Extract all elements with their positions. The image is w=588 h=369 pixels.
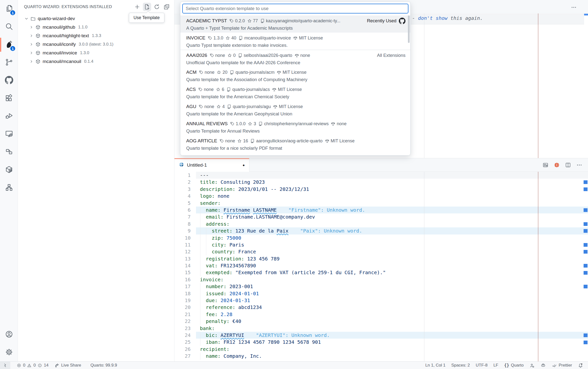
code-line-10[interactable]: 10 zip: 75000 (174, 234, 588, 241)
error-count: 0 (23, 363, 25, 368)
tab-untitled-1[interactable]: Untitled-1 ● (174, 158, 249, 172)
code-line-1[interactable]: 1--- (174, 172, 588, 179)
activity-search[interactable] (0, 18, 18, 36)
code-line-11[interactable]: 11 city: Paris (174, 241, 588, 248)
extension-name: mcanouil/github (43, 25, 75, 30)
code-line-27[interactable]: 27 name: Company, Inc. (174, 353, 588, 359)
encoding[interactable]: UTF-8 (473, 362, 490, 369)
chevron-right-icon[interactable] (28, 42, 34, 47)
tree-item-mcanouil-mcanouil[interactable]: mcanouil/mcanouil0.1.4 (18, 57, 174, 66)
package-icon (35, 25, 41, 30)
chevron-right-icon[interactable] (28, 51, 34, 55)
collapse-all-button[interactable] (162, 3, 171, 11)
code-line-20[interactable]: 20 reference: abcd1234 (174, 304, 588, 311)
code-line-23[interactable]: 23bank: (174, 325, 588, 332)
chevron-right-icon[interactable] (28, 59, 34, 64)
tree-item-mcanouil-highlight-text[interactable]: mcanouil/highlight-text1.3.3 (18, 31, 174, 40)
editor-top-text-fragment[interactable]: - don't show this again. (412, 15, 483, 21)
activity-run-debug[interactable] (0, 107, 18, 125)
copilot[interactable] (538, 362, 549, 369)
activity-quarto-wizard[interactable]: 1 (0, 36, 18, 54)
more-actions-icon[interactable] (575, 161, 583, 169)
install-extension-button[interactable] (133, 3, 141, 11)
activity-containers[interactable] (0, 143, 18, 161)
code-line-8[interactable]: 8 address: (174, 221, 588, 227)
code-editor[interactable]: 1---2title: Consulting 20233description:… (174, 172, 588, 362)
code-line-9[interactable]: 9 street: 123 Rue de la Paix"Paix": Unkn… (174, 227, 588, 234)
github-icon[interactable] (399, 18, 405, 24)
language-mode[interactable]: {}Quarto (501, 362, 527, 369)
item-repository: quarto-journals/agu (227, 104, 271, 109)
activity-hierarchy[interactable] (0, 179, 18, 197)
item-license: MIT License (272, 87, 302, 92)
chevron-down-icon[interactable] (24, 16, 29, 21)
tree-item-mcanouil-github[interactable]: mcanouil/github1.1.0 (18, 23, 174, 31)
overview-info-mark (584, 250, 588, 254)
quick-pick-item-acs[interactable]: ACSnone6quarto-journals/acsMIT LicenseQu… (180, 84, 410, 101)
item-version: none (217, 156, 233, 156)
scrollbar-thumb[interactable] (408, 15, 410, 43)
code-line-15[interactable]: 15 exempted: "Exempted from VAT (article… (174, 269, 588, 276)
quick-pick-item-agu[interactable]: AGUnone4quarto-journals/aguMIT LicenseQu… (180, 101, 410, 118)
item-stars: 6 (216, 87, 224, 92)
item-version: 0.2.0 (229, 18, 245, 24)
code-line-14[interactable]: 14 vat: FR1234567890 (174, 262, 588, 269)
quick-pick-item-invoice[interactable]: INVOICE1.3.040mcanouil/quarto-invoiceMIT… (180, 33, 410, 50)
chevron-right-icon[interactable] (28, 34, 34, 38)
problems[interactable]: 0014 (14, 362, 51, 369)
open-preview-icon[interactable] (541, 161, 549, 169)
quick-pick-item-apaquarto[interactable]: APAQUARTOnone216wjschne/apaquartoCreativ… (180, 153, 410, 156)
split-editor-icon[interactable] (564, 161, 572, 169)
quick-pick-item-acm[interactable]: ACMnone20quarto-journals/acmMIT LicenseQ… (180, 67, 410, 84)
tree-item-mcanouil-iconify[interactable]: mcanouil/iconify3.0.0 (latest: 3.0.1) (18, 40, 174, 49)
code-line-26[interactable]: 26recipient: (174, 346, 588, 353)
formatter[interactable]: Prettier (549, 362, 575, 369)
more-actions-icon[interactable] (570, 3, 578, 11)
activity-github[interactable] (0, 72, 18, 89)
use-template-button[interactable] (143, 3, 151, 11)
code-line-5[interactable]: 5sender: (174, 200, 588, 207)
quarto-version[interactable]: Quarto: 99.9.9 (87, 362, 120, 369)
line-content: issued: 2024-01-01 (200, 290, 259, 297)
chevron-right-icon[interactable] (28, 25, 34, 29)
code-line-6[interactable]: 6 name: Firstname LASTNAME"Firstname": U… (174, 207, 588, 213)
code-line-17[interactable]: 17 number: 2023-001 (174, 283, 588, 290)
quarto-render-icon[interactable] (553, 161, 561, 169)
refresh-button[interactable] (153, 3, 161, 11)
code-line-19[interactable]: 19 due: 2024-01-31 (174, 297, 588, 304)
code-line-4[interactable]: 4logo: none (174, 193, 588, 199)
remote-indicator[interactable] (0, 362, 10, 369)
dont-show-link[interactable]: don't show (418, 15, 447, 21)
live-share[interactable]: Live Share (51, 362, 84, 369)
activity-remote-explorer[interactable] (0, 125, 18, 143)
tree-item-mcanouil-invoice[interactable]: mcanouil/invoice1.3.0 (18, 49, 174, 57)
person-status[interactable] (527, 362, 538, 369)
quick-pick-item-academic-typst[interactable]: ACADEMIC TYPST0.2.077kazuyanagimoto/quar… (180, 15, 410, 33)
line-content: bank: (200, 325, 215, 332)
activity-settings[interactable] (0, 344, 18, 361)
code-line-18[interactable]: 18 issued: 2024-01-01 (174, 290, 588, 297)
code-line-16[interactable]: 16invoice: (174, 276, 588, 283)
code-line-25[interactable]: 25 iban: FR12 1234 4567 7890 1234 5678 9… (174, 339, 588, 345)
code-line-13[interactable]: 13 registration: 123 456 789 (174, 255, 588, 262)
code-line-7[interactable]: 7 email: Firstname.LASTNAME@company.dev (174, 213, 588, 220)
notifications[interactable] (575, 362, 586, 369)
code-line-12[interactable]: 12 country: France (174, 248, 588, 255)
code-line-24[interactable]: 24 bic: AZERTYUI"AZERTYUI": Unknown word… (174, 332, 588, 339)
cursor-position[interactable]: Ln 1, Col 1 (422, 362, 448, 369)
code-line-2[interactable]: 2title: Consulting 2023 (174, 179, 588, 185)
eol[interactable]: LF (490, 362, 501, 369)
quick-pick-input[interactable]: Select Quarto extension template to use (182, 4, 408, 13)
code-line-21[interactable]: 21 fee: 2.28 (174, 311, 588, 318)
quick-pick-item-aaai2026[interactable]: AAAI2026none0selbosh/aaai2026-quartonone… (180, 50, 410, 67)
activity-accounts[interactable] (0, 326, 18, 344)
activity-extensions[interactable] (0, 89, 18, 107)
code-line-22[interactable]: 22 penalty: €40 (174, 318, 588, 325)
activity-explorer[interactable]: 1 (0, 0, 18, 18)
activity-package-container[interactable] (0, 161, 18, 179)
activity-source-control[interactable] (0, 54, 18, 72)
quick-pick-item-aog-article[interactable]: AOG ARTICLEnone16aarongullickson/aog-art… (180, 135, 410, 153)
code-line-3[interactable]: 3description: 2023/01/01 -- 2023/12/31 (174, 186, 588, 193)
indentation[interactable]: Spaces: 2 (448, 362, 473, 369)
quick-pick-item-annual-reviews[interactable]: ANNUAL REVIEWS1.0.03christopherkenny/ann… (180, 118, 410, 135)
